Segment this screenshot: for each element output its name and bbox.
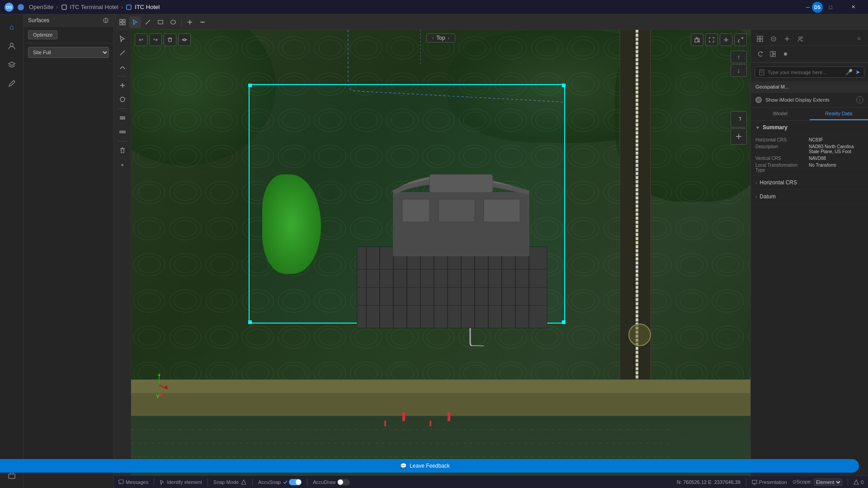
summary-section-header[interactable]: ▼ Summary [751,121,868,135]
status-bar: Messages Identify element Snap Mode Accu… [114,475,868,488]
datum-section[interactable]: › Datum [751,190,868,204]
select-tool[interactable] [129,16,141,28]
breadcrumb: OpenSite › ITC Terminal Hotel › ITC Hote… [17,4,160,11]
project-icon [61,4,67,10]
ground-strip [131,393,750,416]
maximize-button[interactable]: □ [820,0,841,14]
nav-down-button[interactable]: ↓ [731,64,747,77]
label-local-transform: Local Transformation Type [755,163,805,173]
vtool-select[interactable] [116,33,129,45]
view-ctrl-refresh[interactable] [755,48,765,59]
tab-imodel[interactable]: iModel [751,108,810,120]
vtool-grid[interactable] [116,112,129,124]
label-horizontal-crs: Horizontal CRS [755,137,805,142]
accudraw-toggle[interactable] [337,479,350,485]
message-input[interactable] [768,70,843,75]
rp-grid-icon[interactable] [754,33,766,45]
sidebar-item-home[interactable]: ⌂ [4,19,20,35]
redo-button[interactable]: ↪ [149,33,162,46]
side-nav-controls [731,111,747,145]
svg-rect-54 [429,174,493,192]
status-sep-6 [848,479,848,486]
pan-button[interactable] [731,128,747,145]
breadcrumb-sep2: › [121,4,123,10]
rotate-button[interactable] [731,111,747,127]
undo-button[interactable]: ↩ [135,33,147,46]
svg-rect-12 [158,20,163,24]
identify-item[interactable]: Identify element [160,479,202,485]
remove-tool[interactable] [197,16,208,28]
svg-rect-81 [773,52,775,54]
vtool-measure[interactable] [116,126,129,138]
add-tool[interactable] [184,16,196,28]
info-icon[interactable]: i [856,96,863,103]
vtool-line[interactable] [116,47,129,59]
sidebar-item-user[interactable] [4,38,20,54]
svg-rect-51 [402,199,429,222]
line-tool[interactable] [142,16,154,28]
view-ctrl-layout[interactable] [767,48,778,59]
breadcrumb-project: ITC Terminal Hotel [70,4,118,10]
rp-plus-icon[interactable] [781,33,793,45]
accusnap-toggle-wrap[interactable] [283,479,302,485]
leave-feedback-button[interactable]: 💬 Leave Feedback [0,459,859,473]
count-label: 0 [861,479,863,485]
scope-dropdown[interactable]: Element [814,479,842,486]
svg-marker-68 [165,385,168,389]
count-item: 0 [854,479,863,485]
rp-minus-icon[interactable] [767,33,780,45]
marker-1 [402,412,405,421]
svg-rect-52 [439,199,475,222]
status-sep-2 [208,479,208,486]
nav-up-button[interactable]: ↑ [731,51,747,63]
viewport[interactable]: ↩ ↪ ‹ Top › [131,30,750,488]
svg-rect-70 [760,36,763,38]
fit-view-button[interactable] [705,33,718,46]
sidebar-item-layers[interactable] [4,57,20,73]
tab-reality-data[interactable]: Reality Data [810,108,868,120]
messages-item[interactable]: Messages [118,479,148,485]
svg-point-78 [801,37,803,38]
delete-button[interactable] [164,33,176,46]
close-button[interactable]: ✕ [843,0,863,14]
accusnap-label: AccuSnap [258,479,281,485]
user-avatar[interactable]: DS [812,2,823,13]
svg-point-0 [18,4,24,10]
svg-rect-22 [120,117,125,117]
view-ctrl-light[interactable] [780,48,791,59]
rp-users-icon[interactable] [794,33,807,45]
panel-pin-icon[interactable] [103,17,109,23]
message-area: 🎤 ➤ [751,62,868,81]
svg-rect-8 [123,19,125,22]
expand-view-button[interactable] [734,33,747,46]
summary-info-grid: Horizontal CRS NC83F Description NAD83 N… [751,135,868,176]
vtool-arc[interactable] [116,61,129,73]
mic-icon[interactable]: 🎤 [845,69,853,75]
svg-rect-59 [429,421,431,426]
messages-icon [118,479,124,485]
rp-close-icon[interactable]: ✕ [853,33,865,45]
view-prev-arrow[interactable]: ‹ [432,36,434,41]
send-icon[interactable]: ➤ [855,69,860,75]
horizontal-crs-section[interactable]: › Horizontal CRS [751,176,868,190]
vtool-circle[interactable] [116,93,129,106]
site-dropdown[interactable]: Site Full Site Partial Site Custom [28,47,109,58]
shape-tool[interactable] [167,16,179,28]
rect-tool[interactable] [155,16,166,28]
presentation-item: Presentation [752,479,787,485]
vtool-delete[interactable] [116,144,129,157]
view-next-arrow[interactable]: › [448,36,449,41]
vtool-add[interactable] [116,79,129,92]
svg-rect-9 [120,23,122,25]
sidebar-item-pen[interactable] [4,76,20,92]
optimize-button[interactable]: Optimize [28,30,57,39]
optimize-section: Optimize [24,27,113,43]
viewport-toolbar-left: ↩ ↪ [135,33,191,46]
3d-view-button[interactable] [691,33,703,46]
accusnap-toggle[interactable] [289,479,302,485]
vtool-dot[interactable]: ● [116,158,129,171]
settings-view-button[interactable] [720,33,732,46]
grid-tool[interactable] [117,16,128,28]
breadcrumb-sep1: › [56,4,58,10]
eye-button[interactable] [178,33,191,46]
